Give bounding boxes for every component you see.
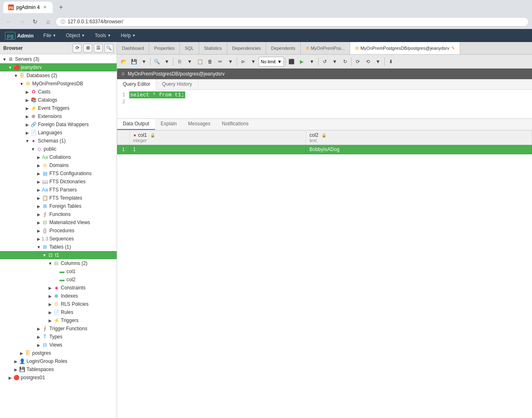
table-row[interactable]: 1 1 BobbyIsADog	[117, 145, 532, 154]
tab-dependencies[interactable]: Dependencies	[227, 42, 266, 54]
explain-analyze-button[interactable]: ↻	[340, 57, 350, 67]
tree-item-collations[interactable]: ▶ Aa Collations	[0, 153, 117, 161]
menu-file[interactable]: File ▼	[38, 29, 61, 42]
forward-button[interactable]: →	[16, 16, 28, 27]
results-tab-messages[interactable]: Messages	[182, 119, 216, 130]
tree-item-tablespaces[interactable]: ▶ 💾 Tablespaces	[0, 365, 117, 374]
tree-item-event-triggers[interactable]: ▶ ⚡ Event Triggers	[0, 104, 117, 112]
commit-button[interactable]: ⟳	[353, 57, 363, 67]
tree-item-login-roles[interactable]: ▶ 👤 Login/Group Roles	[0, 357, 117, 365]
results-tab-notifications[interactable]: Notifications	[216, 119, 254, 130]
filter-dropdown-button[interactable]: ▼	[248, 57, 258, 67]
copy-dropdown-button[interactable]: ▼	[185, 57, 195, 67]
tree-item-fdw[interactable]: ▶ 🔗 Foreign Data Wrappers	[0, 120, 117, 129]
filter-button[interactable]: ⊳	[238, 57, 248, 67]
tree-item-postgres[interactable]: ▶ 🗄 postgres	[0, 349, 117, 357]
tree-item-triggers[interactable]: ▶ ⚡ Triggers	[0, 316, 117, 325]
tab-query-editor[interactable]: ⚙ MyOnPremPostgresDB/postgres@jeanydsrv …	[350, 42, 460, 54]
new-tab-button[interactable]: +	[56, 2, 66, 12]
list-view-button[interactable]: ☰	[94, 44, 103, 53]
save-dropdown-button[interactable]: ▼	[139, 57, 149, 67]
tree-item-schemas[interactable]: ▼ ♦ Schemas (1)	[0, 137, 117, 145]
tree-item-constraints[interactable]: ▶ ◈ Constraints	[0, 284, 117, 292]
line-content-1[interactable]: select * from t1;	[129, 92, 532, 98]
grid-view-button[interactable]: ⊞	[83, 44, 92, 53]
tree-item-postgres01[interactable]: ▶ 🔴 postgres01	[0, 374, 117, 382]
tree-item-t1[interactable]: ▼ ⊡ t1	[0, 251, 117, 259]
col1-header[interactable]: ▼ col1 🔒 integer	[130, 131, 306, 145]
menu-tools[interactable]: Tools ▼	[90, 29, 116, 42]
tree-item-sequences[interactable]: ▶ 1.3 Sequences	[0, 235, 117, 243]
tab-dashboard[interactable]: Dashboard	[117, 42, 149, 54]
tree-item-indexes[interactable]: ▶ ⊕ Indexes	[0, 292, 117, 300]
tab-statistics[interactable]: Statistics	[199, 42, 227, 54]
tree-item-fts-templates[interactable]: ▶ 📋 FTS Templates	[0, 194, 117, 202]
tree-item-extensions[interactable]: ▶ ⊕ Extensions	[0, 112, 117, 120]
tree-item-myonprem[interactable]: ▼ ⚙ MyOnPremPostgresDB	[0, 80, 117, 88]
close-tab-button[interactable]: ✕	[42, 4, 48, 10]
tab-properties[interactable]: Properties	[149, 42, 180, 54]
tree-item-mat-views[interactable]: ▶ ⊟ Materialized Views	[0, 218, 117, 227]
tree-item-domains[interactable]: ▶ ⊙ Domains	[0, 161, 117, 169]
edit-dropdown-button[interactable]: ▼	[226, 57, 235, 67]
tree-item-col2[interactable]: ▶ ▬ col2	[0, 276, 117, 284]
menu-object[interactable]: Object ▼	[61, 29, 90, 42]
col2-header[interactable]: col2 🔒 text	[306, 131, 532, 145]
tree-item-columns[interactable]: ▼ ⊟ Columns (2)	[0, 259, 117, 267]
results-tab-explain[interactable]: Explain	[155, 119, 182, 130]
address-input[interactable]: ⓘ 127.0.0.1:63374/browser/	[55, 17, 529, 27]
tree-item-fts-parsers[interactable]: ▶ Aa FTS Parsers	[0, 186, 117, 194]
query-history-tab[interactable]: Query History	[156, 79, 198, 89]
tree-item-col1[interactable]: ▶ ▬ col1	[0, 267, 117, 276]
tree-item-types[interactable]: ▶ T Types	[0, 333, 117, 341]
copy-sql-button[interactable]: ⎘	[175, 57, 184, 67]
open-file-button[interactable]: 📂	[119, 57, 129, 67]
execute-dropdown-button[interactable]: ▼	[307, 57, 317, 67]
tree-item-rules[interactable]: ▶ 📄 Rules	[0, 308, 117, 316]
tree-item-functions[interactable]: ▶ ⨍ Functions	[0, 210, 117, 218]
tree-item-catalogs[interactable]: ▶ 📚 Catalogs	[0, 96, 117, 104]
tab-sql[interactable]: SQL	[180, 42, 199, 54]
tree-item-procedures[interactable]: ▶ {} Procedures	[0, 227, 117, 235]
home-button[interactable]: ⌂	[42, 16, 54, 27]
back-button[interactable]: ←	[3, 16, 15, 27]
results-tab-data[interactable]: Data Output	[117, 119, 155, 130]
tree-item-views[interactable]: ▶ ⊟ Views	[0, 341, 117, 349]
search-tree-button[interactable]: 🔍	[104, 44, 113, 53]
tree-item-public[interactable]: ▼ ◇ public	[0, 145, 117, 153]
paste-button[interactable]: 📋	[195, 57, 205, 67]
query-editor-tab[interactable]: Query Editor	[117, 79, 156, 90]
tree-item-databases[interactable]: ▼ 🗄 Databases (2)	[0, 71, 117, 80]
find-dropdown-button[interactable]: ▼	[162, 57, 172, 67]
tree-item-casts[interactable]: ▶ ♻ Casts	[0, 88, 117, 96]
tree-container[interactable]: ▼ 🖥 Servers (3) ▼ 🔴 jeanydsrv ▼ 🗄 Databa…	[0, 54, 117, 418]
tree-item-trigger-functions[interactable]: ▶ ⨍ Trigger Functions	[0, 325, 117, 333]
limit-dropdown[interactable]: No limit ▼	[259, 57, 284, 67]
menu-help[interactable]: Help ▼	[116, 29, 141, 42]
refresh-button[interactable]: ↻	[29, 16, 41, 27]
tree-item-servers[interactable]: ▼ 🖥 Servers (3)	[0, 55, 117, 63]
tab-dependents[interactable]: Dependents	[266, 42, 300, 54]
tree-item-languages[interactable]: ▶ 📄 Languages	[0, 129, 117, 137]
tab-myonprem1[interactable]: ⚙ MyOnPremPos...	[301, 42, 350, 54]
explain-button[interactable]: ↺	[320, 57, 330, 67]
find-button[interactable]: 🔍	[152, 57, 162, 67]
execute-button[interactable]: ▶	[297, 57, 307, 67]
download-button[interactable]: ⬇	[386, 57, 396, 67]
tree-item-tables[interactable]: ▼ ⊞ Tables (1)	[0, 243, 117, 251]
query-editor[interactable]: 1 select * from t1; 2	[117, 90, 532, 118]
stop-button[interactable]: ⬛	[287, 57, 297, 67]
tree-item-rls[interactable]: ▶ ⊙ RLS Policies	[0, 300, 117, 308]
explain-dropdown-button[interactable]: ▼	[330, 57, 340, 67]
macro-button[interactable]: ▼	[373, 57, 383, 67]
edit-button[interactable]: ✏	[215, 57, 225, 67]
browser-tab[interactable]: pg pgAdmin 4 ✕	[3, 2, 53, 13]
tree-item-fts-dict[interactable]: ▶ 📖 FTS Dictionaries	[0, 178, 117, 186]
tree-item-fts-config[interactable]: ▶ ▤ FTS Configurations	[0, 169, 117, 178]
line-content-2[interactable]	[129, 99, 532, 105]
delete-rows-button[interactable]: 🗑	[205, 57, 215, 67]
tree-item-jeanydsrv[interactable]: ▼ 🔴 jeanydsrv	[0, 63, 117, 71]
tree-item-foreign-tables[interactable]: ▶ ⊞ Foreign Tables	[0, 202, 117, 210]
rollback-button[interactable]: ⟲	[363, 57, 373, 67]
refresh-tree-button[interactable]: ⟳	[73, 44, 82, 53]
